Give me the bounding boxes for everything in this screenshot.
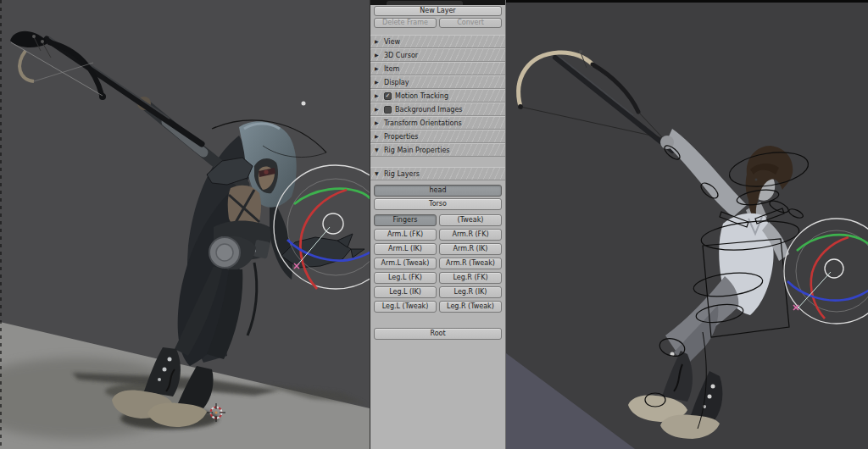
crossbow: [10, 31, 202, 144]
background-images-checkbox[interactable]: [384, 106, 392, 114]
panel-section-item[interactable]: ▶ Item: [370, 62, 505, 75]
section-label: Motion Tracking: [395, 92, 448, 100]
rig-layer-arm-r-tweak-button[interactable]: Arm.R (Tweak): [439, 258, 502, 269]
rig-layer-root-button[interactable]: Root: [374, 328, 502, 340]
panel-section-rig-main-properties[interactable]: ▼ Rig Main Properties: [370, 143, 505, 157]
rig-layer-arm-l-ik-button[interactable]: Arm.L (IK): [374, 243, 437, 255]
disclosure-triangle-icon: ▶: [375, 39, 381, 44]
lamp-dot: [302, 102, 306, 106]
panel-section-background-images[interactable]: ▶ Background Images: [370, 103, 505, 116]
crossbow: [518, 50, 672, 151]
gizmo-y-axis-arc[interactable]: [294, 189, 370, 213]
disclosure-triangle-icon: ▼: [375, 147, 381, 152]
left-3d-viewport[interactable]: [0, 0, 370, 449]
gizmo-z-axis-arc[interactable]: [787, 281, 868, 301]
rig-layer-leg-r-tweak-button[interactable]: Leg.R (Tweak): [439, 301, 502, 313]
gizmo-center-circle[interactable]: [323, 213, 343, 234]
rig-main-properties-body: [370, 157, 505, 167]
ground-plane: [506, 353, 635, 449]
rig-layer-torso-button[interactable]: Torso: [374, 198, 502, 210]
disclosure-triangle-icon: ▼: [375, 171, 381, 176]
rig-layer-arm-l-tweak-button[interactable]: Arm.L (Tweak): [374, 258, 437, 269]
gizmo-pivot-cross: [793, 305, 798, 310]
rig-layer-fingers-button[interactable]: Fingers: [374, 214, 437, 226]
convert-button[interactable]: Convert: [439, 18, 502, 28]
section-label: Display: [384, 79, 409, 86]
disclosure-triangle-icon: ▶: [375, 80, 381, 85]
section-label: View: [384, 38, 400, 46]
rig-layer-leg-l-ik-button[interactable]: Leg.L (IK): [374, 286, 437, 298]
delete-frame-button[interactable]: Delete Frame: [374, 18, 437, 28]
section-label: Rig Main Properties: [384, 147, 449, 154]
rig-layer-leg-r-ik-button[interactable]: Leg.R (IK): [439, 286, 502, 298]
rig-layer-tweak-button[interactable]: (Tweak): [439, 214, 502, 226]
panel-section-properties[interactable]: ▶ Properties: [370, 130, 505, 143]
rig-layer-arm-r-ik-button[interactable]: Arm.R (IK): [439, 243, 502, 255]
left-viewport-canvas: [0, 0, 370, 449]
panel-section-transform-orientations[interactable]: ▶ Transform Orientations: [370, 116, 505, 130]
disclosure-triangle-icon: ▶: [375, 134, 381, 139]
disclosure-triangle-icon: ▶: [375, 53, 381, 58]
disclosure-triangle-icon: ▶: [375, 93, 381, 98]
motion-tracking-checkbox[interactable]: ✓: [384, 92, 392, 100]
section-label: Background Images: [395, 106, 463, 114]
section-label: Properties: [384, 133, 418, 141]
panel-section-motion-tracking[interactable]: ▶ ✓ Motion Tracking: [370, 89, 505, 103]
disclosure-triangle-icon: ▶: [375, 107, 381, 112]
section-label: Transform Orientations: [384, 119, 462, 127]
bone-limb: [19, 51, 34, 81]
rig-mannequin-character[interactable]: [518, 50, 793, 439]
panel-section-display[interactable]: ▶ Display: [370, 75, 505, 89]
new-layer-button[interactable]: New Layer: [374, 6, 502, 16]
panel-section-rig-layers[interactable]: ▼ Rig Layers: [370, 167, 505, 180]
extended-arm: [665, 129, 747, 217]
rig-layers-grid: Fingers (Tweak) Arm.L (FK) Arm.R (FK) Ar…: [374, 214, 502, 313]
check-icon: ✓: [386, 93, 391, 99]
section-label: Rig Layers: [384, 170, 420, 178]
viewport-edge-dashes: [0, 0, 2, 449]
rig-layer-head-button[interactable]: head: [374, 185, 502, 197]
disclosure-triangle-icon: ▶: [375, 66, 381, 71]
right-3d-viewport[interactable]: [506, 0, 868, 449]
right-viewport-canvas: [506, 3, 868, 449]
properties-n-panel: New Layer Delete Frame Convert ▶ View ▶ …: [370, 0, 506, 449]
panel-section-3d-cursor[interactable]: ▶ 3D Cursor: [370, 48, 505, 62]
gizmo-x-axis-arc[interactable]: [811, 237, 849, 319]
boot-front: [662, 351, 693, 402]
panel-section-view[interactable]: ▶ View: [370, 35, 505, 48]
rig-layer-arm-r-fk-button[interactable]: Arm.R (FK): [439, 229, 502, 241]
rotation-gizmo-right[interactable]: [784, 219, 868, 324]
rig-layer-leg-l-fk-button[interactable]: Leg.L (FK): [374, 272, 437, 284]
rig-layer-arm-l-fk-button[interactable]: Arm.L (FK): [374, 229, 437, 241]
panel-header-tab[interactable]: [387, 1, 463, 5]
panel-top-strip: [370, 0, 505, 5]
section-label: 3D Cursor: [384, 52, 418, 59]
section-label: Item: [384, 65, 399, 73]
disclosure-triangle-icon: ▶: [375, 120, 381, 125]
rig-layer-leg-l-tweak-button[interactable]: Leg.L (Tweak): [374, 301, 437, 313]
blender-window: New Layer Delete Frame Convert ▶ View ▶ …: [0, 0, 868, 449]
rig-layer-leg-r-fk-button[interactable]: Leg.R (FK): [439, 272, 502, 284]
